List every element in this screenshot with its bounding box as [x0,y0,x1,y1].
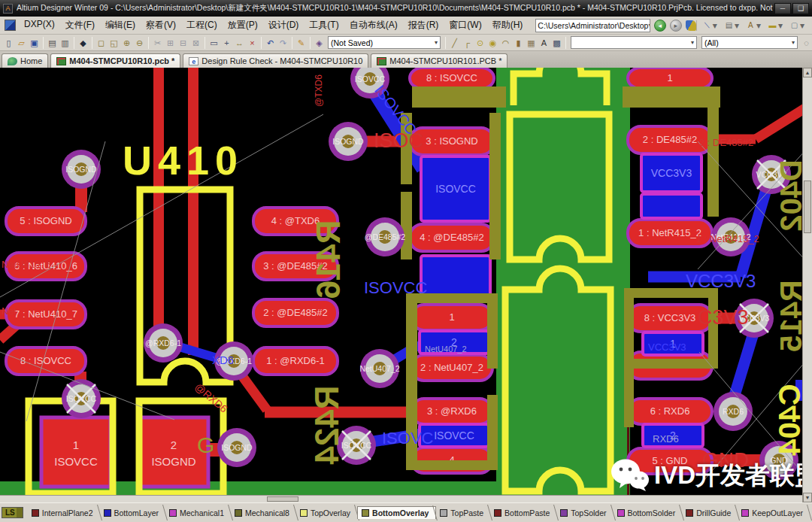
document-tab-3[interactable]: M404-STMCPU10R101.PCB * [371,53,508,68]
place-line-icon[interactable]: ╱ [448,36,461,49]
minimize-button[interactable]: ─ [774,3,791,14]
select-area-icon[interactable]: ▭ [208,36,220,49]
pad-bottom[interactable] [421,256,490,299]
bottom-silkscreen[interactable] [623,86,720,108]
vertical-scrollbar[interactable]: ▲ ▼ [802,68,812,502]
bottom-silkscreen[interactable] [487,293,498,369]
layer-tab-keepoutlayer[interactable]: KeepOutLayer [738,506,810,519]
place-arc-icon[interactable]: ◠ [499,36,512,49]
bottom-silkscreen[interactable] [707,105,719,217]
cross-select-icon[interactable]: ◈ [313,36,326,49]
align-tools-dropdown[interactable]: ▬▾ [767,20,783,31]
bottom-silkscreen[interactable] [401,192,412,259]
bottom-silkscreen[interactable] [412,86,506,108]
layer-sets-button[interactable]: LS [2,507,23,518]
pad-bottom[interactable] [641,194,701,218]
layer-tab-bottomlayer[interactable]: BottomLayer [100,506,166,519]
offset-icon[interactable]: ↔ [233,36,246,49]
mirrored-silkscreen-text[interactable]: R424 [308,385,345,465]
layer-tab-bottomsolder[interactable]: BottomSolder [614,506,683,519]
menu-item-9[interactable]: 报告(R) [403,17,444,33]
menu-item-8[interactable]: 自动布线(A) [344,17,403,33]
menu-item-0[interactable]: DXP(X) [19,17,60,33]
menu-item-6[interactable]: 设计(D) [263,17,304,33]
menu-item-1[interactable]: 文件(F) [60,17,100,33]
print-icon[interactable]: ▤ [46,36,59,49]
layer-tab-topsolder[interactable]: TopSolder [556,506,613,519]
mirrored-silkscreen-text[interactable]: R415 [774,280,802,352]
nav-forward-button[interactable]: ▸ [670,20,682,32]
maximize-button[interactable]: ❑ [792,3,809,14]
layer-tab-mechanical8[interactable]: Mechanical8 [231,506,296,519]
layer-tab-toppaste[interactable]: TopPaste [436,506,490,519]
zoom-in-icon[interactable]: ⊕ [120,36,133,49]
paste-icon[interactable]: ⊟ [177,36,189,49]
place-pad-icon[interactable]: ◉ [486,36,499,49]
zoom-document-icon[interactable]: ◱ [108,36,120,49]
menu-item-11[interactable]: 帮助(H) [487,17,529,33]
move-icon[interactable]: + [220,36,233,49]
view-3d-icon[interactable]: ◆ [77,36,89,49]
document-tab-1[interactable]: M404-STMCPU10R10.pcb * [50,53,180,68]
pad[interactable] [41,417,111,487]
menu-item-10[interactable]: 窗口(W) [444,17,486,33]
mask-scope-combo[interactable]: (All)▾ [701,36,798,49]
layer-tab-bottomoverlay[interactable]: BottomOverlay [357,506,436,519]
undo-icon[interactable]: ↶ [264,36,277,49]
menu-item-3[interactable]: 察看(V) [141,17,181,33]
place-track-icon[interactable]: ┌ [461,36,474,49]
cut-icon[interactable]: ✂ [151,36,164,49]
layer-tab-mechanical1[interactable]: Mechanical1 [165,506,231,519]
place-via-icon[interactable]: ⊙ [474,36,486,49]
paste-special-icon[interactable]: ⊠ [189,36,202,49]
save-icon[interactable]: ▣ [28,36,41,49]
menu-item-7[interactable]: 工具(T) [304,17,344,33]
print-preview-icon[interactable]: ▥ [59,36,71,49]
place-room-icon[interactable]: ▦ [525,36,538,49]
scroll-up-icon[interactable]: ▲ [803,68,812,77]
title-bar[interactable]: A Altium Designer Winter 09 - C:\Users\A… [0,0,812,17]
favorites-path-combo[interactable]: C:\Users\Administrator\Desktop ▾ [535,19,650,32]
filter-combo-1[interactable]: ▾ [571,36,697,49]
menu-item-5[interactable]: 放置(P) [223,17,263,33]
search-icon[interactable]: ◌ [800,36,812,49]
component-designator[interactable]: U410 [123,138,244,183]
brush-icon[interactable]: ✎ [295,36,308,49]
menu-item-4[interactable]: 工程(C) [181,17,223,33]
horizontal-scroll-thumb[interactable] [267,496,298,502]
clear-filter-icon[interactable]: × [246,36,259,49]
redo-icon[interactable]: ↷ [277,36,289,49]
document-tab-2[interactable]: eDesign Rule Check - M404-STMCPU10R10 [183,53,368,68]
place-fill-icon[interactable]: ▮ [512,36,525,49]
bottom-silkscreen[interactable] [489,113,501,259]
output-tools-dropdown[interactable]: ▤▾ [723,20,739,31]
nav-back-button[interactable]: ◂ [654,20,666,32]
bottom-silkscreen[interactable] [406,460,495,470]
layer-tab-internalplane2[interactable]: InternalPlane2 [28,506,100,519]
scroll-down-icon[interactable]: ▼ [803,493,812,502]
pcb-editor-canvas[interactable]: 5 : ISOGND6 : NetU410_67 : NetU410_78 : … [0,68,812,502]
copy-icon[interactable]: ⊞ [164,36,177,49]
place-string-icon[interactable]: A [538,36,550,49]
zoom-window-icon[interactable]: ◻ [95,36,108,49]
favorites-icon[interactable] [686,20,696,31]
dxp-logo-icon[interactable] [5,20,16,31]
bottom-silkscreen[interactable] [624,288,634,427]
document-tab-0[interactable]: Home [2,53,48,68]
open-folder-icon[interactable]: ▱ [15,36,28,49]
zoom-out-icon[interactable]: ⊖ [133,36,146,49]
annotate-tools-dropdown[interactable]: A▾ [745,20,761,31]
place-component-icon[interactable]: ▩ [550,36,563,49]
menu-item-2[interactable]: 编辑(E) [100,17,141,33]
new-file-icon[interactable]: ▯ [2,36,15,49]
mirrored-silkscreen-text[interactable]: R416 [310,220,347,299]
bottom-silkscreen[interactable] [624,359,718,369]
horizontal-scrollbar[interactable] [0,495,802,502]
vertical-scroll-thumb[interactable] [804,181,811,233]
mirrored-silkscreen-text[interactable]: C404 [773,384,802,456]
layer-tab-bottompaste[interactable]: BottomPaste [490,506,556,519]
layer-tab-topoverlay[interactable]: TopOverlay [296,506,357,519]
pcb-drawing[interactable]: 5 : ISOGND6 : NetU410_67 : NetU410_78 : … [0,68,802,495]
schematic-tools-dropdown[interactable]: ⟍▾ [701,20,717,31]
variant-combo[interactable]: (Not Saved)▾ [328,36,441,49]
